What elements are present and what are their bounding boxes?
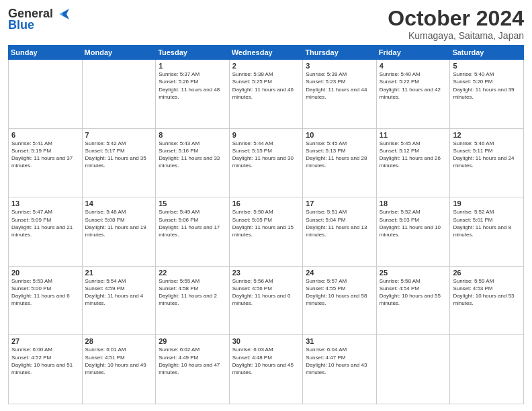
day-detail: Sunrise: 5:53 AMSunset: 5:00 PMDaylight:… [11, 277, 79, 308]
day-number: 24 [306, 269, 373, 277]
day-number: 22 [159, 269, 226, 277]
calendar-week-row: 6 Sunrise: 5:41 AMSunset: 5:19 PMDayligh… [9, 128, 524, 197]
calendar-day-cell: 9 Sunrise: 5:44 AMSunset: 5:15 PMDayligh… [229, 128, 303, 197]
calendar-page: General Blue October 2024 Kumagaya, Sait… [0, 0, 532, 411]
day-number: 29 [159, 337, 226, 345]
calendar-day-cell [450, 335, 524, 404]
day-detail: Sunrise: 5:57 AMSunset: 4:55 PMDaylight:… [306, 277, 373, 308]
calendar-day-cell: 22 Sunrise: 5:55 AMSunset: 4:58 PMDaylig… [156, 266, 230, 335]
calendar-day-cell: 18 Sunrise: 5:52 AMSunset: 5:03 PMDaylig… [376, 197, 450, 267]
logo: General Blue [8, 7, 69, 32]
day-number: 19 [453, 199, 521, 208]
day-detail: Sunrise: 5:40 AMSunset: 5:22 PMDaylight:… [380, 71, 447, 101]
day-detail: Sunrise: 5:52 AMSunset: 5:03 PMDaylight:… [380, 208, 447, 238]
calendar-table: Sunday Monday Tuesday Wednesday Thursday… [8, 45, 524, 404]
day-number: 9 [232, 131, 300, 139]
calendar-day-cell: 31 Sunrise: 6:04 AMSunset: 4:47 PMDaylig… [303, 335, 377, 404]
day-detail: Sunrise: 5:45 AMSunset: 5:13 PMDaylight:… [306, 140, 373, 170]
calendar-day-cell: 19 Sunrise: 5:52 AMSunset: 5:01 PMDaylig… [450, 197, 524, 267]
calendar-day-cell: 11 Sunrise: 5:45 AMSunset: 5:12 PMDaylig… [376, 128, 450, 197]
day-number: 2 [232, 62, 300, 70]
calendar-day-cell: 27 Sunrise: 6:00 AMSunset: 4:52 PMDaylig… [9, 335, 83, 404]
header-friday: Friday [376, 46, 450, 60]
title-section: October 2024 Kumagaya, Saitama, Japan [388, 7, 524, 41]
day-detail: Sunrise: 5:37 AMSunset: 5:26 PMDaylight:… [159, 71, 226, 101]
day-detail: Sunrise: 5:48 AMSunset: 5:08 PMDaylight:… [85, 208, 153, 238]
logo-blue: Blue [8, 18, 34, 32]
calendar-day-cell [82, 60, 156, 129]
header-monday: Monday [82, 46, 156, 60]
calendar-day-cell: 25 Sunrise: 5:58 AMSunset: 4:54 PMDaylig… [376, 266, 450, 335]
calendar-day-cell: 13 Sunrise: 5:47 AMSunset: 5:09 PMDaylig… [9, 197, 83, 267]
day-detail: Sunrise: 5:58 AMSunset: 4:54 PMDaylight:… [380, 277, 447, 308]
location: Kumagaya, Saitama, Japan [388, 30, 524, 41]
day-detail: Sunrise: 5:51 AMSunset: 5:04 PMDaylight:… [306, 208, 373, 238]
calendar-day-cell: 3 Sunrise: 5:39 AMSunset: 5:23 PMDayligh… [303, 60, 377, 129]
day-detail: Sunrise: 5:49 AMSunset: 5:06 PMDaylight:… [159, 208, 226, 238]
day-number: 28 [85, 337, 153, 345]
day-number: 16 [232, 199, 300, 208]
day-number: 10 [306, 131, 373, 139]
header: General Blue October 2024 Kumagaya, Sait… [8, 7, 524, 41]
day-number: 18 [380, 199, 447, 208]
day-detail: Sunrise: 5:47 AMSunset: 5:09 PMDaylight:… [11, 208, 79, 238]
calendar-day-cell: 14 Sunrise: 5:48 AMSunset: 5:08 PMDaylig… [82, 197, 156, 267]
calendar-week-row: 27 Sunrise: 6:00 AMSunset: 4:52 PMDaylig… [9, 335, 524, 404]
calendar-day-cell: 2 Sunrise: 5:38 AMSunset: 5:25 PMDayligh… [229, 60, 303, 129]
day-detail: Sunrise: 5:59 AMSunset: 4:53 PMDaylight:… [453, 277, 521, 308]
day-number: 14 [85, 199, 153, 208]
calendar-day-cell: 21 Sunrise: 5:54 AMSunset: 4:59 PMDaylig… [82, 266, 156, 335]
day-detail: Sunrise: 5:46 AMSunset: 5:11 PMDaylight:… [453, 140, 521, 170]
header-wednesday: Wednesday [229, 46, 303, 60]
logo-bird-icon [54, 9, 69, 19]
calendar-day-cell: 1 Sunrise: 5:37 AMSunset: 5:26 PMDayligh… [156, 60, 230, 129]
day-number: 3 [306, 62, 373, 70]
calendar-day-cell: 5 Sunrise: 5:40 AMSunset: 5:20 PMDayligh… [450, 60, 524, 129]
day-detail: Sunrise: 5:43 AMSunset: 5:16 PMDaylight:… [159, 140, 226, 170]
day-number: 26 [453, 269, 521, 277]
calendar-day-cell: 4 Sunrise: 5:40 AMSunset: 5:22 PMDayligh… [376, 60, 450, 129]
day-detail: Sunrise: 6:03 AMSunset: 4:48 PMDaylight:… [232, 346, 300, 376]
calendar-day-cell: 23 Sunrise: 5:56 AMSunset: 4:56 PMDaylig… [229, 266, 303, 335]
day-number: 12 [453, 131, 521, 139]
calendar-day-cell [376, 335, 450, 404]
calendar-week-row: 1 Sunrise: 5:37 AMSunset: 5:26 PMDayligh… [9, 60, 524, 129]
calendar-day-cell: 10 Sunrise: 5:45 AMSunset: 5:13 PMDaylig… [303, 128, 377, 197]
calendar-day-cell [9, 60, 83, 129]
day-detail: Sunrise: 5:54 AMSunset: 4:59 PMDaylight:… [85, 277, 153, 308]
day-detail: Sunrise: 6:04 AMSunset: 4:47 PMDaylight:… [306, 346, 373, 376]
day-detail: Sunrise: 5:39 AMSunset: 5:23 PMDaylight:… [306, 71, 373, 101]
day-number: 8 [159, 131, 226, 139]
calendar-day-cell: 30 Sunrise: 6:03 AMSunset: 4:48 PMDaylig… [229, 335, 303, 404]
day-number: 5 [453, 62, 521, 70]
calendar-day-cell: 7 Sunrise: 5:42 AMSunset: 5:17 PMDayligh… [82, 128, 156, 197]
day-number: 23 [232, 269, 300, 277]
day-number: 30 [232, 337, 300, 345]
calendar-day-cell: 6 Sunrise: 5:41 AMSunset: 5:19 PMDayligh… [9, 128, 83, 197]
header-sunday: Sunday [9, 46, 83, 60]
calendar-day-cell: 8 Sunrise: 5:43 AMSunset: 5:16 PMDayligh… [156, 128, 230, 197]
day-number: 20 [11, 269, 79, 277]
header-tuesday: Tuesday [156, 46, 230, 60]
day-detail: Sunrise: 5:44 AMSunset: 5:15 PMDaylight:… [232, 140, 300, 170]
day-detail: Sunrise: 6:00 AMSunset: 4:52 PMDaylight:… [11, 346, 79, 376]
day-detail: Sunrise: 5:52 AMSunset: 5:01 PMDaylight:… [453, 208, 521, 238]
calendar-day-cell: 20 Sunrise: 5:53 AMSunset: 5:00 PMDaylig… [9, 266, 83, 335]
day-detail: Sunrise: 5:45 AMSunset: 5:12 PMDaylight:… [380, 140, 447, 170]
day-number: 4 [380, 62, 447, 70]
day-detail: Sunrise: 5:55 AMSunset: 4:58 PMDaylight:… [159, 277, 226, 308]
day-detail: Sunrise: 5:41 AMSunset: 5:19 PMDaylight:… [11, 140, 79, 170]
calendar-day-cell: 12 Sunrise: 5:46 AMSunset: 5:11 PMDaylig… [450, 128, 524, 197]
day-number: 7 [85, 131, 153, 139]
weekday-header-row: Sunday Monday Tuesday Wednesday Thursday… [9, 46, 524, 60]
day-detail: Sunrise: 5:50 AMSunset: 5:05 PMDaylight:… [232, 208, 300, 238]
day-number: 13 [11, 199, 79, 208]
calendar-week-row: 20 Sunrise: 5:53 AMSunset: 5:00 PMDaylig… [9, 266, 524, 335]
month-title: October 2024 [388, 7, 524, 30]
calendar-day-cell: 16 Sunrise: 5:50 AMSunset: 5:05 PMDaylig… [229, 197, 303, 267]
calendar-day-cell: 24 Sunrise: 5:57 AMSunset: 4:55 PMDaylig… [303, 266, 377, 335]
day-detail: Sunrise: 6:01 AMSunset: 4:51 PMDaylight:… [85, 346, 153, 376]
day-number: 21 [85, 269, 153, 277]
day-number: 27 [11, 337, 79, 345]
day-number: 15 [159, 199, 226, 208]
